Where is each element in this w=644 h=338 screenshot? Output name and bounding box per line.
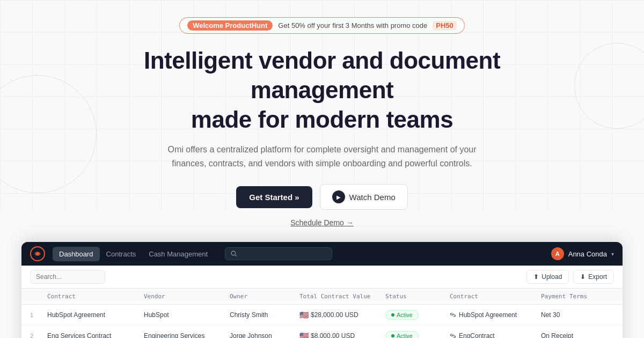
upload-icon: ⬆ — [533, 273, 539, 281]
nav-user-profile[interactable]: A Anna Conda ▾ — [551, 247, 614, 260]
svg-line-3 — [235, 255, 237, 256]
search-icon — [231, 251, 237, 257]
app-logo — [30, 246, 45, 261]
row-value: 🇺🇸 $8,000.00 USD — [299, 332, 385, 338]
play-icon: ▶ — [332, 190, 345, 203]
status-badge: Active — [385, 310, 450, 320]
chevron-down-icon: ▾ — [611, 251, 614, 257]
hero-section: Welcome ProductHunt Get 50% off your fir… — [0, 0, 644, 242]
subheadline: Omi offers a centralized platform for co… — [166, 143, 478, 170]
nav-search-container — [225, 247, 540, 260]
export-icon: ⬇ — [580, 273, 586, 281]
table-header-row: Contract Vendor Owner Total Contract Val… — [21, 289, 623, 305]
cta-group: Get Started » ▶ Watch Demo — [236, 184, 408, 210]
svg-point-2 — [231, 251, 236, 255]
status-dot — [391, 313, 394, 317]
col-payment-terms: Payment Terms — [541, 293, 605, 300]
row-vendor: HubSpot — [144, 311, 230, 319]
row-number: 2 — [30, 333, 47, 338]
col-contract: Contract — [47, 293, 144, 300]
toolbar-action-group: ⬆ Upload ⬇ Export — [526, 270, 614, 284]
link-icon — [450, 333, 456, 338]
nav-tab-contracts[interactable]: Contracts — [100, 247, 143, 261]
row-vendor: Engineering Services — [144, 332, 230, 338]
table-row[interactable]: 2 Eng Services Contract Engineering Serv… — [21, 326, 623, 338]
user-name: Anna Conda — [568, 250, 607, 258]
col-vendor: Vendor — [144, 293, 230, 300]
export-button[interactable]: ⬇ Export — [573, 270, 614, 284]
row-number: 1 — [30, 312, 47, 318]
watch-demo-button[interactable]: ▶ Watch Demo — [320, 184, 408, 210]
row-contract-name: HubSpot Agreement — [47, 311, 144, 319]
status-badge: Active — [385, 331, 450, 338]
row-contract-file[interactable]: EngContract — [450, 332, 541, 338]
avatar: A — [551, 247, 564, 260]
promo-code: PH50 — [433, 21, 457, 30]
svg-point-1 — [36, 252, 39, 255]
table-toolbar: ⬆ Upload ⬇ Export — [21, 266, 623, 289]
row-owner: Jorge Johnson — [230, 332, 299, 338]
row-payment-terms: Net 30 — [541, 311, 605, 319]
contracts-table: Contract Vendor Owner Total Contract Val… — [21, 289, 623, 338]
row-payment-terms: On Receipt — [541, 332, 605, 338]
nav-search-input[interactable] — [225, 247, 332, 260]
table-row[interactable]: 1 HubSpot Agreement HubSpot Christy Smit… — [21, 305, 623, 326]
app-window: Dashboard Contracts Cash Management A An… — [21, 242, 623, 338]
banner-badge: Welcome ProductHunt — [187, 20, 273, 31]
upload-button[interactable]: ⬆ Upload — [526, 270, 569, 284]
status-dot — [391, 334, 394, 337]
row-value: 🇺🇸 $28,000.00 USD — [299, 311, 385, 319]
table-search-input[interactable] — [30, 270, 105, 284]
promo-banner: Welcome ProductHunt Get 50% off your fir… — [179, 17, 465, 34]
col-status: Status — [385, 293, 450, 300]
nav-tab-cash-management[interactable]: Cash Management — [142, 247, 214, 261]
row-contract-name: Eng Services Contract — [47, 332, 144, 338]
row-owner: Christy Smith — [230, 311, 299, 319]
col-value: Total Contract Value — [299, 293, 385, 300]
nav-tab-dashboard[interactable]: Dashboard — [53, 247, 100, 261]
col-contract-file: Contract — [450, 293, 541, 300]
row-contract-file[interactable]: HubSpot Agreement — [450, 311, 541, 319]
app-navbar: Dashboard Contracts Cash Management A An… — [21, 242, 623, 266]
col-owner: Owner — [230, 293, 299, 300]
schedule-demo-link[interactable]: Schedule Demo → — [290, 218, 354, 227]
link-icon — [450, 312, 456, 318]
get-started-button[interactable]: Get Started » — [236, 186, 312, 208]
banner-text: Get 50% off your first 3 Months with pro… — [278, 21, 427, 30]
main-headline: Intelligent vendor and document manageme… — [129, 46, 515, 134]
